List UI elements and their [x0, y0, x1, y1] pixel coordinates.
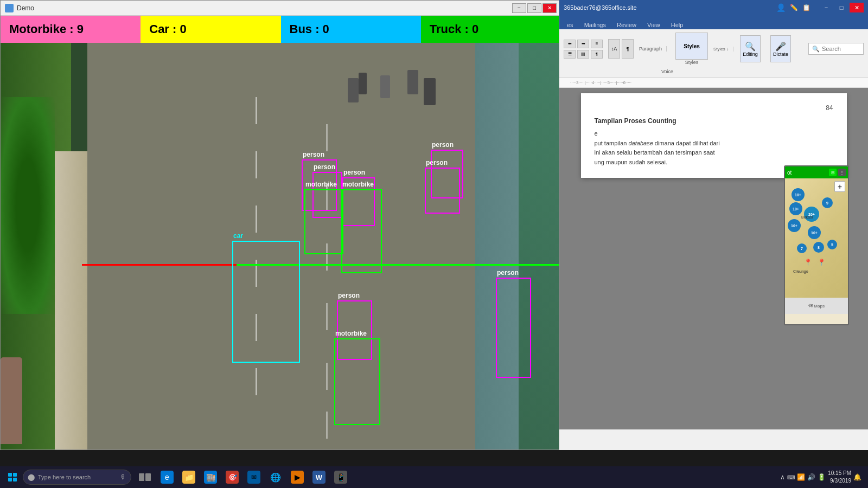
edit-icon: ✏️	[790, 4, 798, 11]
detection-car1: car	[232, 241, 300, 363]
video-btn[interactable]: ▶	[288, 467, 307, 487]
volume-icon[interactable]: 🔊	[807, 473, 815, 481]
list2-btn[interactable]: ▤	[577, 50, 589, 59]
det-label-person1: person	[303, 151, 324, 158]
map-dot-2: 10+	[789, 202, 802, 215]
chrome-btn[interactable]: 🌐	[266, 467, 285, 487]
map-pin-1: 📍	[804, 259, 812, 266]
det-label-person6: person	[338, 292, 360, 299]
map-menu-btn[interactable]: ⋮	[838, 169, 846, 176]
doc-text2: put tampilan	[595, 140, 629, 146]
map-titlebar: ot ⊞ ⋮	[785, 166, 848, 178]
tab-mailings[interactable]: Mailings	[579, 21, 611, 29]
car-counter: Car : 0	[141, 16, 280, 43]
chevron-up-icon[interactable]: ∧	[780, 473, 785, 481]
word-icon: W	[312, 471, 326, 484]
styles-btn[interactable]: Styles	[675, 33, 708, 60]
detection-person7: person	[496, 278, 531, 378]
window-title: Demo	[17, 4, 512, 12]
editing-btn[interactable]: 🔍 Editing	[740, 35, 761, 62]
task-view-btn[interactable]	[136, 467, 155, 487]
video-area: person person person person person perso…	[1, 43, 562, 450]
detection-motorbike1: motorbike	[304, 189, 343, 254]
car-label: Car : 0	[149, 22, 186, 36]
word-close-btn[interactable]: ✕	[850, 3, 864, 12]
maps-label: 🗺 Maps	[808, 304, 825, 309]
notification-icon[interactable]: 🔔	[853, 473, 861, 481]
view-icon: 📋	[802, 4, 810, 11]
word-search-box[interactable]: 🔍	[808, 43, 864, 55]
indent-right-btn[interactable]: ➡	[577, 40, 589, 48]
search-input[interactable]	[822, 46, 860, 52]
para-btn[interactable]: ¶	[591, 50, 603, 59]
close-button[interactable]: ✕	[542, 3, 557, 13]
app4-btn[interactable]: 🎯	[222, 467, 242, 487]
map-dot-8: 8	[813, 242, 824, 253]
taskbar-search-text: Type here to search	[38, 474, 91, 480]
tab-help[interactable]: Help	[666, 21, 689, 29]
video-icon: ▶	[291, 471, 304, 484]
styles-label-text: Styles	[685, 60, 699, 65]
detection-motorbike3: motorbike	[334, 338, 380, 425]
search-circle-icon: ⬤	[28, 473, 35, 481]
demo-window: Demo − □ ✕ Motorbike : 9 Car : 0 Bus : 0…	[0, 0, 561, 450]
edge-icon: e	[161, 471, 174, 484]
map-zoom-btn[interactable]: +	[834, 181, 845, 192]
map-dots-area: + 10+ 10+ 20+ 9 10+ 10+ Bekasi 7 8 5 📍 📍…	[785, 178, 848, 298]
folder-icon: 📁	[182, 471, 195, 484]
store-btn[interactable]: 🏬	[201, 467, 220, 487]
word-minimize-btn[interactable]: −	[819, 3, 833, 12]
pilcrow-btn[interactable]: ¶	[622, 39, 634, 59]
styles-group-label: Styles ↓	[713, 47, 733, 52]
det-label-motorbike2: motorbike	[342, 181, 374, 188]
word-title-controls: − □ ✕	[819, 3, 864, 12]
file-explorer-btn[interactable]: 📁	[179, 467, 199, 487]
tab-review[interactable]: Review	[611, 21, 642, 29]
minimize-button[interactable]: −	[512, 3, 526, 13]
start-button[interactable]	[2, 467, 23, 487]
word-restore-btn[interactable]: □	[834, 3, 848, 12]
map-title: ot	[787, 170, 792, 176]
word-btn[interactable]: W	[309, 467, 329, 487]
map-grid-btn[interactable]: ⊞	[829, 169, 837, 176]
taskbar: ⬤ Type here to search 🎙 e 📁 🏬 🎯 ✉ 🌐	[0, 466, 868, 488]
edge-browser-btn[interactable]: e	[157, 467, 177, 487]
tab-es[interactable]: es	[561, 21, 579, 29]
word-window: 365bader76@365office.site 👤 ✏️ 📋 − □ ✕ e…	[559, 0, 868, 450]
det-label-person4: person	[432, 141, 454, 149]
tab-view[interactable]: View	[642, 21, 666, 29]
dictate-btn[interactable]: 🎤 Dictate	[770, 35, 791, 62]
indent-btn[interactable]: ⬅	[564, 40, 576, 48]
keyboard-icon: ⌨	[787, 474, 795, 480]
editing-group: 🔍 Editing	[740, 35, 761, 62]
maximize-button[interactable]: □	[527, 3, 541, 13]
map-dot-4: 9	[822, 197, 833, 208]
line-spacing-btn[interactable]: ≡	[591, 40, 603, 48]
list-btn[interactable]: ☰	[564, 50, 576, 59]
task-view-icon	[139, 472, 152, 482]
doc-text3: dimana dapat dilihat dari	[653, 140, 720, 146]
sort-btn[interactable]: ↕A	[608, 39, 620, 59]
ruler: ·····3·····|·····4·····|·····5·····|····…	[559, 78, 868, 88]
mail-btn[interactable]: ✉	[244, 467, 264, 487]
doc-line2: put tampilan database dimana dapat dilih…	[595, 139, 833, 149]
map-dot-3: 20+	[804, 207, 819, 222]
editing-icon: 🔍	[745, 41, 756, 52]
count-line-red	[82, 264, 237, 266]
user-icon: 👤	[776, 3, 786, 12]
detection-person5: person	[425, 168, 460, 214]
window-controls: − □ ✕	[512, 3, 557, 13]
microphone-icon: 🎤	[775, 41, 786, 52]
doc-heading: Tampilan Proses Counting	[595, 117, 833, 125]
map-dot-5: 10+	[788, 219, 801, 232]
detection-motorbike2: motorbike	[341, 189, 382, 273]
motorbike-counter: Motorbike : 9	[1, 16, 141, 43]
app-icon	[5, 4, 14, 12]
det-label-motorbike1: motorbike	[305, 181, 337, 188]
network-icon: 📶	[797, 473, 805, 481]
paragraph-label: Paragraph	[639, 46, 667, 52]
det-label-person2: person	[314, 163, 335, 171]
taskbar-search-box[interactable]: ⬤ Type here to search 🎙	[23, 470, 131, 485]
time-display: 10:15 PM	[828, 470, 851, 477]
tablet-btn[interactable]: 📱	[331, 467, 350, 487]
